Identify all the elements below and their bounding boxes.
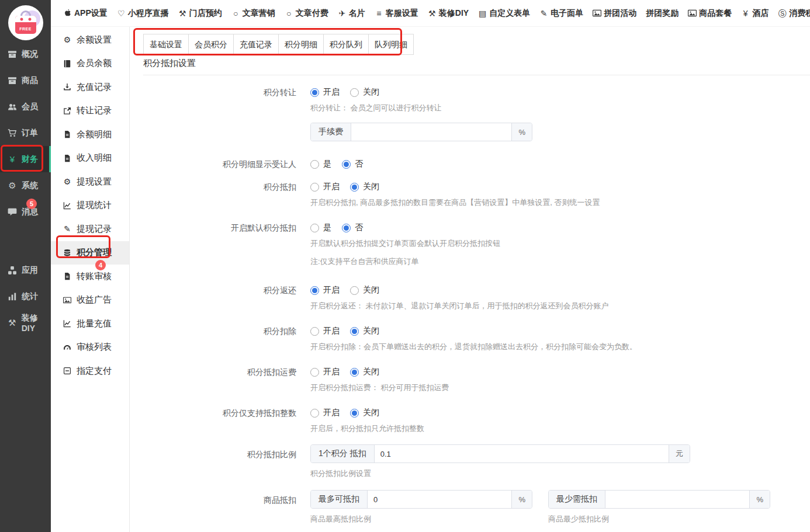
radio-unselected-icon[interactable] [310,160,319,169]
radio-unselected-icon[interactable] [310,183,319,192]
radio-unselected-icon[interactable] [310,409,319,418]
subnav-transfer-records[interactable]: 转让记录 [51,99,129,123]
external-link-icon [63,107,71,115]
subnav-balance-details[interactable]: 余额明细 [51,123,129,147]
tab-points-details[interactable]: 积分明细 [278,34,324,55]
topnav-customer-service[interactable]: ≡客服设置 [370,8,423,19]
radio-selected-icon[interactable] [342,160,351,169]
form-row-points-return: 积分返还 开启 关闭 开启积分返还： 未付款订单、退款订单关闭订单后，用于抵扣的… [143,285,810,311]
box-icon [8,50,17,59]
subnav-recharge-records[interactable]: 充值记录 [51,75,129,99]
sidebar-item-messages[interactable]: 消息 5 [0,199,51,225]
radio-unselected-icon[interactable] [310,224,319,232]
topnav-custom-form[interactable]: ▤自定义表单 [473,8,535,19]
topnav-hotel[interactable]: ¥酒店 [736,8,773,19]
sidebar-item-members[interactable]: 会员 [0,93,51,120]
app-logo[interactable]: FREE [0,0,51,41]
topnav-goods-package[interactable]: 商品套餐 [683,8,736,19]
sidebar-item-statistics[interactable]: 统计 [0,283,51,310]
hint-text: 开启积分返还： 未付款订单、退款订单关闭订单后，用于抵扣的积分返还到会员积分账户 [310,301,810,311]
subnav-points-management[interactable]: 积分管理 [51,241,129,265]
subnav-withdraw-settings[interactable]: ⚙提现设置 [51,170,129,194]
sidebar-item-orders[interactable]: 订单 [0,120,51,146]
chat-icon [8,207,17,217]
min-deduction-input[interactable] [605,491,749,508]
subnav-transfer-audit[interactable]: 转账审核4 [51,265,129,288]
form-row-points-transfer: 积分转让 开启 关闭 积分转让： 会员之间可以进行积分转让 手续费 % [143,87,810,141]
topnav-group-reward[interactable]: 拼团奖励 [641,8,683,19]
subnav-revenue-ads[interactable]: 收益广告 [51,288,129,312]
radio-show-yes[interactable]: 是 [310,159,331,169]
subnav-withdraw-stats[interactable]: 提现统计 [51,194,129,218]
radio-return-on[interactable]: 开启 [310,285,340,295]
subnav-audit-list[interactable]: 审核列表 [51,336,129,360]
topnav-e-waybill[interactable]: ✎电子面单 [535,8,588,19]
radio-deduct-off[interactable]: 关闭 [350,326,379,336]
radio-unselected-icon[interactable] [310,327,319,336]
logo-text: FREE [15,27,36,31]
radio-selected-icon[interactable] [350,183,359,192]
tab-member-points[interactable]: 会员积分 [188,34,234,55]
radio-selected-icon[interactable] [350,409,359,418]
tab-points-queue[interactable]: 积分队列 [323,34,369,55]
radio-selected-icon[interactable] [342,224,351,232]
subnav-balance-settings[interactable]: ⚙余额设置 [51,28,129,52]
gear-icon: ⚙ [63,178,71,186]
subnav-designated-payment[interactable]: 指定支付 [51,359,129,383]
subnav-withdraw-records[interactable]: ✎提现记录 [51,217,129,241]
topnav-consume-points[interactable]: Ⓢ消费积分 [773,8,810,19]
radio-default-yes[interactable]: 是 [310,222,331,233]
tab-queue-details[interactable]: 队列明细 [368,34,414,55]
subnav-member-balance[interactable]: 会员余额 [51,52,129,76]
tab-recharge-records[interactable]: 充值记录 [233,34,279,55]
hint-text: 开启后，积分抵扣只允许抵扣整数 [310,423,810,434]
radio-integer-on[interactable]: 开启 [310,408,340,418]
radio-selected-icon[interactable] [350,368,359,377]
topnav-miniprogram-live[interactable]: ♡小程序直播 [112,8,174,19]
sidebar-item-finance[interactable]: ¥ 财务 [0,146,51,172]
radio-selected-icon[interactable] [310,286,319,295]
tab-basic-settings[interactable]: 基础设置 [143,34,189,55]
subnav-batch-recharge[interactable]: 批量充值 [51,312,129,336]
radio-return-off[interactable]: 关闭 [350,285,379,295]
sidebar-item-system[interactable]: ⚙ 系统 [0,172,51,199]
radio-default-no[interactable]: 否 [342,222,363,233]
radio-integer-off[interactable]: 关闭 [350,408,379,418]
app-root: FREE 概况 商品 会员 订单 ¥ 财务 [0,0,810,532]
menu-bars-icon: ≡ [375,9,383,18]
send-icon: ✈ [338,9,347,18]
yen-icon: ¥ [741,9,750,18]
radio-transfer-off[interactable]: 关闭 [350,87,379,98]
fee-input[interactable] [351,123,511,141]
database-icon [63,249,71,257]
max-deduction-input[interactable] [368,491,511,508]
radio-selected-icon[interactable] [350,327,359,336]
radio-transfer-on[interactable]: 开启 [310,87,340,98]
topnav-business-card[interactable]: ✈名片 [333,8,370,19]
radio-show-no[interactable]: 否 [342,159,363,169]
radio-unselected-icon[interactable] [350,88,359,97]
topnav-article-paid[interactable]: ○文章付费 [280,8,333,19]
radio-deduct-on[interactable]: 开启 [310,326,340,336]
sidebar-item-goods[interactable]: 商品 [0,67,51,93]
subnav-income-details[interactable]: 收入明细 [51,147,129,171]
radio-deduction-off[interactable]: 关闭 [350,182,379,192]
topnav-app-settings[interactable]: APP设置 [58,8,112,19]
topnav-article-marketing[interactable]: ○文章营销 [227,8,280,19]
sidebar-item-diy[interactable]: ⚒ 装修DIY [0,310,51,336]
topnav-diy[interactable]: ⚒装修DIY [423,8,473,19]
skype-icon: Ⓢ [778,9,787,18]
topnav-group-activity[interactable]: 拼团活动 [588,8,641,19]
radio-deduction-on[interactable]: 开启 [310,182,340,192]
ratio-input[interactable] [375,445,669,463]
image-icon [593,9,601,18]
radio-freight-off[interactable]: 关闭 [350,367,379,377]
radio-selected-icon[interactable] [310,88,319,97]
topnav-store-booking[interactable]: ⚒门店预约 [174,8,227,19]
radio-freight-on[interactable]: 开启 [310,367,340,377]
sidebar-item-overview[interactable]: 概况 [0,41,51,67]
radio-unselected-icon[interactable] [350,286,359,295]
form-row-default-deduction: 开启默认积分抵扣 是 否 开启默认积分抵扣提交订单页面会默认开启积分抵扣按钮 注… [143,222,810,267]
radio-unselected-icon[interactable] [310,368,319,377]
sidebar-item-apps[interactable]: 应用 [0,257,51,283]
